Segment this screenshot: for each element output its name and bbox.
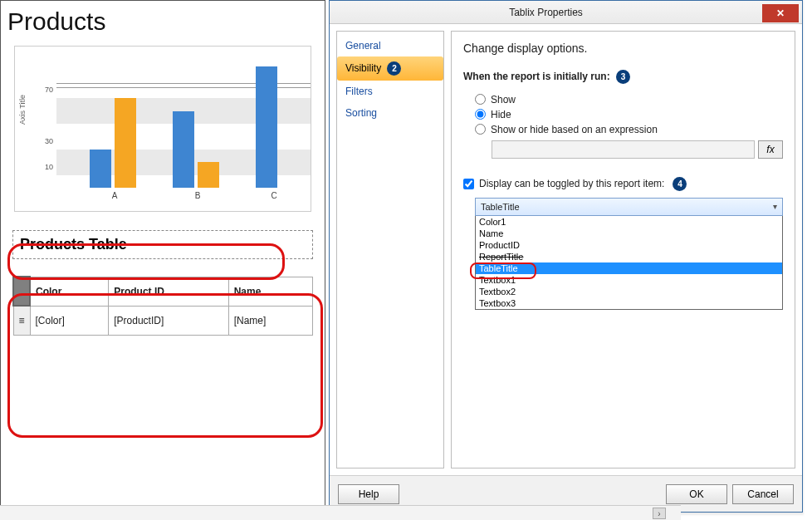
combo-selected-value: TableTitle (481, 202, 520, 212)
chart-preview[interactable]: Axis Title 10 30 70 A B C (14, 46, 311, 212)
report-designer-surface: Products Axis Title 10 30 70 A B C Produ… (0, 0, 325, 520)
chart-plot-area: 10 30 70 A B C (56, 60, 311, 188)
toggle-item-combo[interactable]: TableTitle ▾ (475, 198, 783, 216)
close-button[interactable]: ✕ (762, 4, 799, 22)
expression-fx-button[interactable]: fx (758, 140, 783, 159)
bar (115, 98, 136, 188)
list-item[interactable]: Textbox2 (476, 286, 782, 297)
expression-textbox[interactable] (492, 140, 755, 159)
callout-badge: 4 (673, 177, 687, 191)
radio-expression-input[interactable] (475, 124, 486, 135)
xlabel: B (195, 191, 201, 200)
tablix-properties-dialog: Tablix Properties ✕ General Visibility 2… (329, 0, 803, 513)
toggle-checkbox-row[interactable]: Display can be toggled by this report it… (463, 177, 783, 191)
radio-show[interactable]: Show (475, 94, 783, 105)
list-item[interactable]: Name (476, 228, 782, 239)
tablix-header[interactable]: Color (30, 277, 109, 306)
tablix-cell[interactable]: [Color] (30, 306, 109, 336)
help-button[interactable]: Help (338, 484, 399, 504)
ok-button[interactable]: OK (666, 484, 727, 504)
row-handle[interactable]: ≡ (13, 306, 30, 336)
toggle-checkbox[interactable] (463, 179, 474, 189)
scroll-right-arrow-icon[interactable]: › (653, 508, 666, 519)
nav-item-label: Visibility (345, 62, 381, 74)
list-item[interactable]: ProductID (476, 239, 782, 251)
callout-badge: 2 (387, 61, 401, 76)
list-item[interactable]: Textbox3 (476, 297, 782, 309)
initial-run-label: When the report is initially run: (463, 71, 610, 82)
dialog-nav-pane: General Visibility 2 Filters Sorting (336, 31, 444, 468)
chevron-down-icon: ▾ (773, 202, 777, 211)
list-item[interactable]: Color1 (476, 216, 782, 228)
radio-expression-label: Show or hide based on an expression (491, 124, 658, 135)
tablix-corner[interactable] (13, 277, 30, 306)
toggle-label: Display can be toggled by this report it… (479, 178, 664, 189)
page-title: Products (1, 1, 325, 46)
section-title: Change display options. (463, 42, 783, 55)
dialog-titlebar[interactable]: Tablix Properties ✕ (330, 1, 802, 24)
list-item[interactable]: Textbox1 (476, 274, 782, 286)
nav-item-visibility[interactable]: Visibility 2 (337, 56, 443, 81)
radio-show-input[interactable] (475, 94, 486, 105)
nav-item-general[interactable]: General (337, 35, 443, 56)
radio-hide-label: Hide (491, 109, 511, 120)
xlabel: A (112, 191, 118, 200)
dialog-title: Tablix Properties (330, 7, 762, 18)
ytick: 30 (45, 137, 53, 145)
toggle-item-listbox[interactable]: Color1 Name ProductID ReportTitle TableT… (475, 216, 783, 310)
nav-item-filters[interactable]: Filters (337, 81, 443, 102)
dialog-content: Change display options. When the report … (451, 31, 795, 468)
cancel-button[interactable]: Cancel (732, 484, 794, 504)
tablix-cell[interactable]: [Name] (228, 306, 312, 336)
xlabel: C (271, 191, 276, 200)
close-icon: ✕ (776, 7, 785, 19)
radio-show-label: Show (491, 94, 516, 105)
tablix-header[interactable]: Product ID (109, 277, 228, 306)
ytick: 10 (45, 163, 53, 171)
tabletitle-textbox[interactable]: Products Table (12, 230, 313, 259)
list-item[interactable]: ReportTitle (476, 251, 782, 262)
tablix-cell[interactable]: [ProductID] (109, 306, 228, 336)
horizontal-scrollbar[interactable]: › (0, 505, 681, 520)
ytick: 70 (45, 86, 53, 94)
nav-item-sorting[interactable]: Sorting (337, 102, 443, 124)
radio-hide[interactable]: Hide (475, 109, 783, 120)
callout-badge: 3 (616, 70, 630, 84)
tablix-header[interactable]: Name (228, 277, 312, 306)
bar (198, 162, 219, 188)
bar (173, 111, 194, 188)
radio-hide-input[interactable] (475, 109, 486, 120)
list-item-selected[interactable]: TableTitle (476, 262, 782, 274)
y-axis-title: Axis Title (18, 95, 27, 125)
tablix-region[interactable]: Color Product ID Name ≡ [Color] [Product… (12, 276, 313, 336)
bar (256, 66, 277, 188)
radio-expression[interactable]: Show or hide based on an expression (475, 124, 783, 135)
bar (90, 150, 111, 188)
